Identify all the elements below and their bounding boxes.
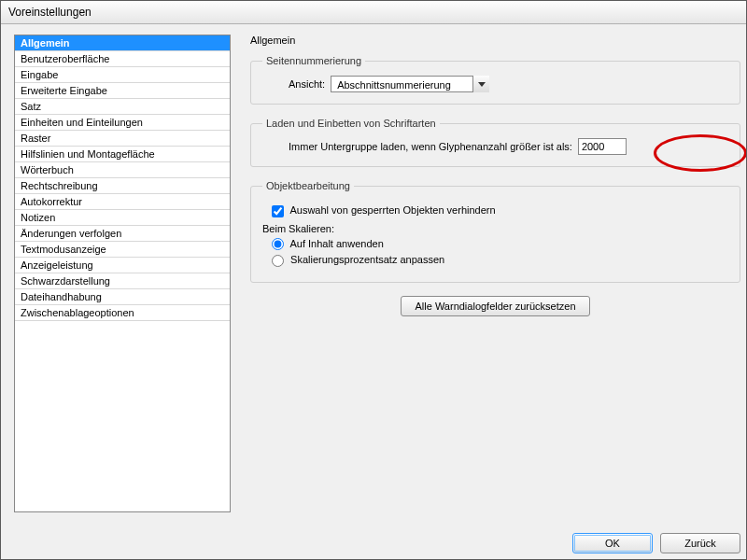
sidebar-item-12[interactable]: Änderungen verfolgen [15,226,230,242]
checkbox-prevent-locked-input[interactable] [272,205,284,217]
sidebar-item-8[interactable]: Wörterbuch [15,162,230,178]
sidebar-item-2[interactable]: Eingabe [15,67,230,83]
legend-object-editing: Objektbearbeitung [262,180,354,191]
page-title: Allgemein [250,35,740,46]
label-subset: Immer Untergruppe laden, wenn Glyphenanz… [289,141,572,152]
sidebar-item-10[interactable]: Autokorrektur [15,194,230,210]
sidebar-item-17[interactable]: Zwischenablageoptionen [15,305,230,321]
row-reset: Alle Warndialogfelder zurücksetzen [250,296,740,316]
label-adjust-percent: Skalierungsprozentsatz anpassen [290,254,444,265]
group-object-editing: Objektbearbeitung Auswahl von gesperrten… [250,180,740,283]
label-view: Ansicht: [289,78,325,90]
input-glyph-threshold[interactable] [578,138,627,155]
row-subset: Immer Untergruppe laden, wenn Glyphenanz… [289,138,728,155]
radio-apply-content-input[interactable] [272,238,284,250]
cancel-button[interactable]: Zurück [660,533,740,553]
legend-fonts: Laden und Einbetten von Schriftarten [262,118,440,129]
main-panel: Allgemein Seitennummerierung Ansicht: Ab… [250,35,740,316]
label-prevent-locked: Auswahl von gesperrten Objekten verhinde… [289,204,495,216]
label-scaling-header: Beim Skalieren: [262,223,728,234]
checkbox-prevent-locked[interactable]: Auswahl von gesperrten Objekten verhinde… [272,204,496,216]
sidebar-item-5[interactable]: Einheiten und Einteilungen [15,115,230,131]
window-title: Voreinstellungen [8,6,92,19]
label-apply-content: Auf Inhalt anwenden [289,238,383,249]
sidebar-item-7[interactable]: Hilfslinien und Montagefläche [15,147,230,162]
radio-adjust-percent-input[interactable] [272,255,284,267]
row-opt-percent: Skalierungsprozentsatz anpassen [272,254,728,267]
sidebar-item-14[interactable]: Anzeigeleistung [15,258,230,273]
radio-apply-content[interactable]: Auf Inhalt anwenden [272,238,384,249]
sidebar-item-3[interactable]: Erweiterte Eingabe [15,83,230,99]
row-opt-content: Auf Inhalt anwenden [272,238,728,251]
ok-button[interactable]: OK [572,533,653,553]
sidebar-item-16[interactable]: Dateihandhabung [15,289,230,305]
row-prevent-locked: Auswahl von gesperrten Objekten verhinde… [272,204,728,217]
sidebar-item-9[interactable]: Rechtschreibung [15,178,230,194]
sidebar-item-1[interactable]: Benutzeroberfläche [15,51,230,67]
window-titlebar: Voreinstellungen [1,1,746,24]
sidebar-item-13[interactable]: Textmodusanzeige [15,242,230,258]
dropdown-view-value: Abschnittsnummerierung [331,76,489,92]
sidebar-item-6[interactable]: Raster [15,131,230,147]
group-page-numbering: Seitennummerierung Ansicht: Abschnittsnu… [250,55,740,105]
sidebar-item-4[interactable]: Satz [15,99,230,115]
reset-warnings-button[interactable]: Alle Warndialogfelder zurücksetzen [401,296,589,316]
window-body: AllgemeinBenutzeroberflächeEingabeErweit… [14,35,746,522]
preferences-window: Voreinstellungen AllgemeinBenutzeroberfl… [0,0,747,560]
sidebar-item-0[interactable]: Allgemein [15,35,230,51]
sidebar-item-15[interactable]: Schwarzdarstellung [15,273,230,289]
sidebar-item-11[interactable]: Notizen [15,210,230,226]
row-view: Ansicht: Abschnittsnummerierung [289,76,728,92]
dropdown-view[interactable]: Abschnittsnummerierung [331,76,489,92]
chevron-down-icon [472,76,489,92]
radio-adjust-percent[interactable]: Skalierungsprozentsatz anpassen [272,254,444,265]
group-fonts: Laden und Einbetten von Schriftarten Imm… [250,118,740,167]
legend-page-numbering: Seitennummerierung [262,55,365,66]
category-sidebar: AllgemeinBenutzeroberflächeEingabeErweit… [14,35,231,512]
dialog-footer: OK Zurück [572,533,740,553]
